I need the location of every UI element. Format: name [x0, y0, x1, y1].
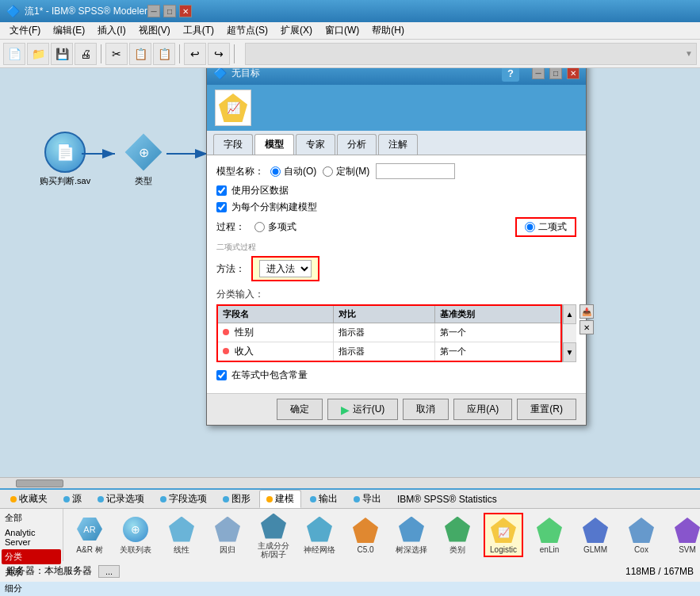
logistic-label: Logistic: [490, 545, 517, 554]
palette-node-glmm[interactable]: GLMM: [576, 516, 615, 554]
table-header-field: 字段名: [217, 305, 333, 323]
multinomial-radio-label[interactable]: 多项式: [254, 220, 296, 234]
maximize-btn[interactable]: □: [163, 5, 176, 17]
print-btn[interactable]: 🖨: [75, 43, 97, 65]
palette-node-regression[interactable]: 因归: [208, 515, 247, 556]
palette-node-category[interactable]: 类别: [438, 515, 477, 556]
glmm-label: GLMM: [583, 545, 607, 554]
table-cell-contrast-0: 指示器: [333, 323, 434, 342]
pca-icon: [259, 512, 288, 541]
output-label: 输出: [319, 492, 338, 506]
statistics-label: IBM® SPSS® Statistics: [397, 494, 497, 505]
table-scroll-track: [563, 324, 576, 342]
sidebar-all[interactable]: 全部: [2, 510, 61, 525]
table-row-0[interactable]: 性别 指示器 第一个: [217, 323, 561, 342]
menu-view[interactable]: 视图(V): [132, 22, 177, 39]
palette-tab-field[interactable]: 字段选项: [153, 490, 214, 508]
paste-btn[interactable]: 📋: [153, 43, 175, 65]
dialog-tab-fields[interactable]: 字段: [213, 134, 253, 155]
close-btn[interactable]: ✕: [179, 5, 192, 17]
menu-file[interactable]: 文件(F): [3, 22, 47, 39]
ok-btn[interactable]: 确定: [277, 399, 323, 420]
table-scroll-up[interactable]: ▲: [563, 304, 576, 324]
model-name-input[interactable]: [376, 163, 455, 179]
memory-label: 118MB / 167MB: [625, 566, 694, 577]
neural-icon: [305, 515, 334, 544]
palette-tab-statistics[interactable]: IBM® SPSS® Statistics: [390, 491, 504, 507]
include-constant-checkbox[interactable]: [216, 370, 227, 380]
sidebar-classification[interactable]: 分类: [2, 549, 61, 564]
server-connect-btn[interactable]: ...: [98, 565, 120, 578]
graph-dot: [223, 496, 229, 502]
palette-tab-record[interactable]: 记录选项: [90, 490, 151, 508]
menu-tools[interactable]: 工具(T): [177, 22, 220, 39]
palette-node-treedisc[interactable]: 树深选择: [392, 515, 431, 556]
palette-tab-source[interactable]: 源: [56, 490, 89, 508]
auto-radio-label[interactable]: 自动(O): [270, 165, 316, 178]
dialog-title-bar: 🔷 无目标 ? ─ □ ✕: [207, 68, 586, 85]
auto-radio[interactable]: [270, 166, 281, 177]
apply-btn[interactable]: 应用(A): [453, 399, 512, 420]
build-per-split-checkbox[interactable]: [216, 202, 227, 212]
palette-node-cox[interactable]: Cox: [622, 516, 661, 554]
binomial-radio[interactable]: [525, 222, 535, 232]
run-btn[interactable]: ▶ 运行(U): [327, 399, 399, 420]
multinomial-radio[interactable]: [254, 222, 265, 232]
dialog-tab-analysis[interactable]: 分析: [337, 134, 377, 155]
dialog-help-btn[interactable]: ?: [502, 68, 519, 82]
dialog-tab-expert[interactable]: 专家: [296, 134, 335, 155]
method-select[interactable]: 进入法 向前法 向后法 逐步法: [259, 260, 312, 277]
copy-btn[interactable]: 📋: [129, 43, 151, 65]
assoc-icon: ⊕: [121, 515, 150, 544]
palette-node-linear[interactable]: 线性: [162, 515, 201, 556]
menu-extension[interactable]: 扩展(X): [274, 22, 319, 39]
minimize-btn[interactable]: ─: [147, 5, 160, 17]
palette-tab-model[interactable]: 建模: [259, 490, 301, 508]
custom-label: 定制(M): [336, 165, 369, 178]
cut-btn[interactable]: ✂: [105, 43, 128, 65]
table-action-buttons: 📥 ✕: [580, 304, 594, 334]
cancel-btn[interactable]: 取消: [403, 399, 449, 420]
dialog-node-icon: 📈: [215, 90, 251, 126]
menu-help[interactable]: 帮助(H): [365, 22, 411, 39]
table-row-1[interactable]: 收入 指示器 第一个: [217, 342, 561, 362]
save-btn[interactable]: 💾: [51, 43, 73, 65]
palette-tab-export[interactable]: 导出: [346, 490, 388, 508]
source-dot: [63, 496, 70, 502]
dialog-tab-annotation[interactable]: 注解: [378, 134, 418, 155]
menu-window[interactable]: 窗口(W): [319, 22, 365, 39]
dialog-tab-model[interactable]: 模型: [254, 134, 294, 155]
menu-insert[interactable]: 插入(I): [91, 22, 132, 39]
sidebar-subdivision[interactable]: 细分: [2, 581, 61, 596]
palette-tab-graph[interactable]: 图形: [216, 490, 258, 508]
palette-tab-favorites[interactable]: 收藏夹: [3, 490, 55, 508]
dialog-close-btn[interactable]: ✕: [567, 68, 580, 79]
open-btn[interactable]: 📁: [27, 43, 49, 65]
menu-supernode[interactable]: 超节点(S): [220, 22, 274, 39]
palette-node-ar[interactable]: AR A&R 树: [70, 515, 109, 556]
run-label: 运行(U): [353, 403, 385, 416]
sidebar-analytic[interactable]: Analytic Server: [2, 526, 61, 548]
use-partition-checkbox[interactable]: [216, 185, 227, 196]
menu-edit[interactable]: 编辑(E): [47, 22, 91, 39]
redo-btn[interactable]: ↪: [208, 43, 230, 65]
palette-tab-output[interactable]: 输出: [303, 490, 345, 508]
dialog-max-btn[interactable]: □: [549, 68, 562, 79]
palette-node-svm[interactable]: SVM: [667, 516, 700, 554]
dialog-min-btn[interactable]: ─: [532, 68, 545, 79]
palette-node-neural[interactable]: 神经网络: [300, 515, 339, 556]
palette-node-enlin[interactable]: enLin: [530, 516, 569, 554]
reset-btn[interactable]: 重置(R): [517, 399, 576, 420]
undo-btn[interactable]: ↩: [184, 43, 206, 65]
table-add-btn[interactable]: 📥: [580, 304, 594, 319]
palette-node-pca[interactable]: 主成分分析/因子: [254, 512, 293, 559]
palette-node-assoc[interactable]: ⊕ 关联列表: [116, 515, 155, 556]
field-dot: [160, 496, 166, 502]
new-btn[interactable]: 📄: [3, 43, 25, 65]
table-scroll-down[interactable]: ▼: [563, 342, 576, 362]
table-remove-btn[interactable]: ✕: [580, 320, 594, 334]
custom-radio-label[interactable]: 定制(M): [323, 165, 369, 178]
palette-node-logistic[interactable]: 📈 Logistic: [484, 513, 523, 557]
palette-node-c50[interactable]: C5.0: [346, 516, 385, 554]
custom-radio[interactable]: [323, 166, 333, 177]
